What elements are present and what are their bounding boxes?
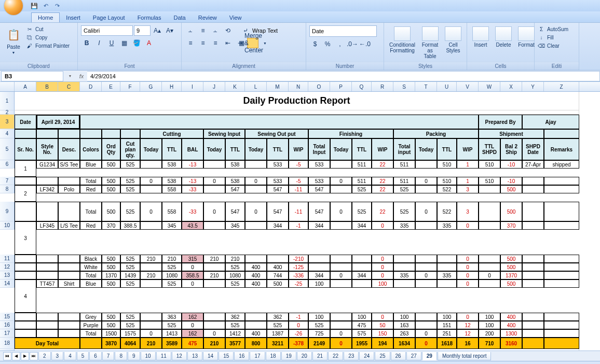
- formula-input[interactable]: 4/29/2014: [87, 71, 600, 81]
- col-header-A[interactable]: A: [15, 82, 36, 91]
- data-cell[interactable]: 0: [457, 279, 479, 288]
- data-cell[interactable]: [330, 160, 352, 169]
- data-cell[interactable]: 43.5: [182, 221, 203, 230]
- data-cell[interactable]: [245, 321, 267, 329]
- cell[interactable]: [36, 255, 58, 263]
- cell[interactable]: [58, 271, 80, 279]
- row-header-18[interactable]: 18: [0, 338, 15, 349]
- data-cell[interactable]: 162: [182, 313, 203, 321]
- cell[interactable]: [15, 255, 36, 263]
- data-cell[interactable]: 210: [162, 255, 182, 263]
- data-cell[interactable]: [479, 202, 500, 221]
- autosum-button[interactable]: ΣAutoSum: [538, 25, 568, 33]
- data-cell[interactable]: [140, 221, 162, 230]
- total-cell[interactable]: 3211: [267, 338, 289, 349]
- color[interactable]: Total: [80, 177, 102, 185]
- data-cell[interactable]: 100: [372, 279, 393, 288]
- data-cell[interactable]: 1370: [500, 271, 522, 279]
- data-cell[interactable]: 3: [457, 185, 479, 193]
- align-left-icon[interactable]: ≡: [185, 38, 196, 48]
- data-cell[interactable]: 210: [225, 255, 245, 263]
- border-button[interactable]: ▦: [118, 38, 130, 48]
- data-cell[interactable]: [203, 185, 225, 193]
- data-cell[interactable]: 0: [140, 177, 162, 185]
- cell[interactable]: [120, 129, 140, 138]
- cell[interactable]: [36, 313, 58, 321]
- data-cell[interactable]: [308, 255, 330, 263]
- cell[interactable]: [58, 263, 80, 271]
- data-cell[interactable]: [522, 321, 544, 329]
- row-header-7[interactable]: 7: [0, 177, 15, 185]
- row-header-10[interactable]: 10: [0, 221, 15, 230]
- cell[interactable]: [15, 321, 36, 329]
- align-top-icon[interactable]: ⫠: [185, 25, 196, 36]
- data-cell[interactable]: 100: [352, 313, 372, 321]
- first-sheet-icon[interactable]: ⏮: [3, 352, 11, 360]
- data-cell[interactable]: [544, 202, 579, 221]
- data-cell[interactable]: 0: [140, 202, 162, 221]
- col-header-9[interactable]: Today: [203, 138, 225, 160]
- cell[interactable]: [36, 177, 58, 185]
- data-cell[interactable]: -26: [289, 329, 308, 338]
- group-fin[interactable]: Finishing: [308, 129, 393, 138]
- data-cell[interactable]: 344: [308, 271, 330, 279]
- data-cell[interactable]: 533: [267, 177, 289, 185]
- sheet-tab-24[interactable]: 24: [359, 352, 374, 360]
- total-cell[interactable]: [544, 338, 579, 349]
- spreadsheet[interactable]: ABCDEFGHIJKLMNOPQRSTUVWXYZ 1Daily Produc…: [0, 82, 600, 351]
- cell[interactable]: [15, 329, 36, 338]
- align-bottom-icon[interactable]: ⫠: [210, 25, 221, 36]
- data-cell[interactable]: -33: [182, 185, 203, 193]
- data-cell[interactable]: [330, 321, 352, 329]
- data-cell[interactable]: [544, 271, 579, 279]
- data-cell[interactable]: [267, 255, 289, 263]
- data-cell[interactable]: [544, 185, 579, 193]
- data-cell[interactable]: 500: [500, 202, 522, 221]
- sheet-tab-26[interactable]: 26: [391, 352, 406, 360]
- data-cell[interactable]: 547: [267, 202, 289, 221]
- cell[interactable]: [58, 202, 80, 221]
- total-cell[interactable]: 3870: [102, 338, 120, 349]
- data-cell[interactable]: 0: [245, 202, 267, 221]
- data-cell[interactable]: [393, 255, 415, 263]
- data-cell[interactable]: 525: [225, 263, 245, 271]
- data-cell[interactable]: [479, 185, 500, 193]
- style-no[interactable]: LF342: [36, 185, 58, 193]
- italic-button[interactable]: I: [93, 38, 105, 48]
- data-cell[interactable]: -1: [289, 313, 308, 321]
- sheet-tab-18[interactable]: 18: [266, 352, 281, 360]
- cell[interactable]: [15, 110, 579, 115]
- total-cell[interactable]: 0: [330, 338, 352, 349]
- data-cell[interactable]: -336: [289, 271, 308, 279]
- data-cell[interactable]: 525: [120, 263, 140, 271]
- total-cell[interactable]: 1618: [437, 338, 457, 349]
- data-cell[interactable]: 500: [500, 255, 522, 263]
- col-header-24[interactable]: SHPD Date: [522, 138, 544, 160]
- data-cell[interactable]: 511: [352, 177, 372, 185]
- sheet-tab-16[interactable]: 16: [234, 352, 249, 360]
- data-cell[interactable]: 0: [479, 271, 500, 279]
- data-cell[interactable]: 525: [393, 185, 415, 193]
- color[interactable]: Black: [80, 255, 102, 263]
- row-header-14[interactable]: 14: [0, 279, 15, 288]
- data-cell[interactable]: 370: [500, 221, 522, 230]
- col-header-4[interactable]: Ord Qty: [102, 138, 120, 160]
- data-cell[interactable]: 500: [102, 321, 120, 329]
- data-cell[interactable]: [245, 313, 267, 321]
- data-cell[interactable]: 525: [352, 185, 372, 193]
- prev-sheet-icon[interactable]: ◀: [12, 352, 20, 360]
- col-header-C[interactable]: C: [58, 82, 80, 91]
- delete-button[interactable]: Delete: [493, 25, 514, 49]
- col-header-0[interactable]: Sr. No.: [15, 138, 36, 160]
- row-header-1[interactable]: 1: [0, 92, 15, 110]
- data-cell[interactable]: [522, 329, 544, 338]
- cell[interactable]: [15, 202, 36, 221]
- sheet-tab-3[interactable]: 3: [51, 352, 64, 360]
- row-header-19[interactable]: 19: [0, 349, 15, 351]
- sheet-tab-25[interactable]: 25: [375, 352, 390, 360]
- data-cell[interactable]: 1080: [162, 271, 182, 279]
- col-header-S[interactable]: S: [393, 82, 415, 91]
- col-header-25[interactable]: Remarks: [544, 138, 579, 160]
- color[interactable]: Blue: [80, 279, 102, 288]
- data-cell[interactable]: 335: [393, 271, 415, 279]
